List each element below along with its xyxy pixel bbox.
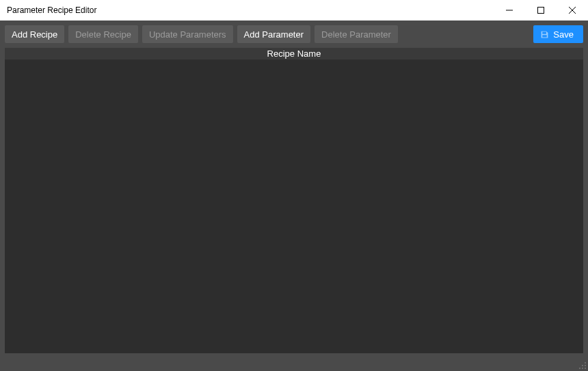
- window-title: Parameter Recipe Editor: [7, 5, 96, 15]
- svg-point-5: [585, 365, 586, 366]
- maximize-button[interactable]: [525, 0, 557, 20]
- save-icon: [540, 30, 549, 39]
- maximize-icon: [537, 7, 544, 14]
- svg-point-9: [579, 368, 580, 369]
- window-controls: [494, 0, 588, 20]
- close-button[interactable]: [557, 0, 588, 20]
- recipe-table: Recipe Name: [5, 48, 583, 353]
- delete-parameter-button: Delete Parameter: [315, 25, 398, 43]
- client-area: Add Recipe Delete Recipe Update Paramete…: [0, 20, 588, 371]
- svg-point-6: [582, 365, 583, 366]
- save-button-label: Save: [553, 29, 574, 40]
- svg-point-4: [585, 362, 586, 363]
- svg-point-7: [585, 368, 586, 369]
- delete-recipe-button: Delete Recipe: [68, 25, 138, 43]
- minimize-icon: [506, 7, 513, 14]
- close-icon: [569, 7, 576, 14]
- table-header: Recipe Name: [5, 48, 583, 60]
- update-parameters-button: Update Parameters: [142, 25, 233, 43]
- toolbar: Add Recipe Delete Recipe Update Paramete…: [5, 25, 583, 43]
- table-body[interactable]: [5, 60, 583, 353]
- svg-point-8: [582, 368, 583, 369]
- column-header-recipe-name: Recipe Name: [267, 49, 321, 59]
- add-recipe-button[interactable]: Add Recipe: [5, 25, 64, 43]
- add-parameter-button[interactable]: Add Parameter: [237, 25, 310, 43]
- titlebar: Parameter Recipe Editor: [0, 0, 588, 20]
- svg-rect-1: [538, 8, 544, 14]
- save-button[interactable]: Save: [533, 25, 583, 43]
- resize-grip-icon[interactable]: [578, 361, 587, 370]
- minimize-button[interactable]: [494, 0, 525, 20]
